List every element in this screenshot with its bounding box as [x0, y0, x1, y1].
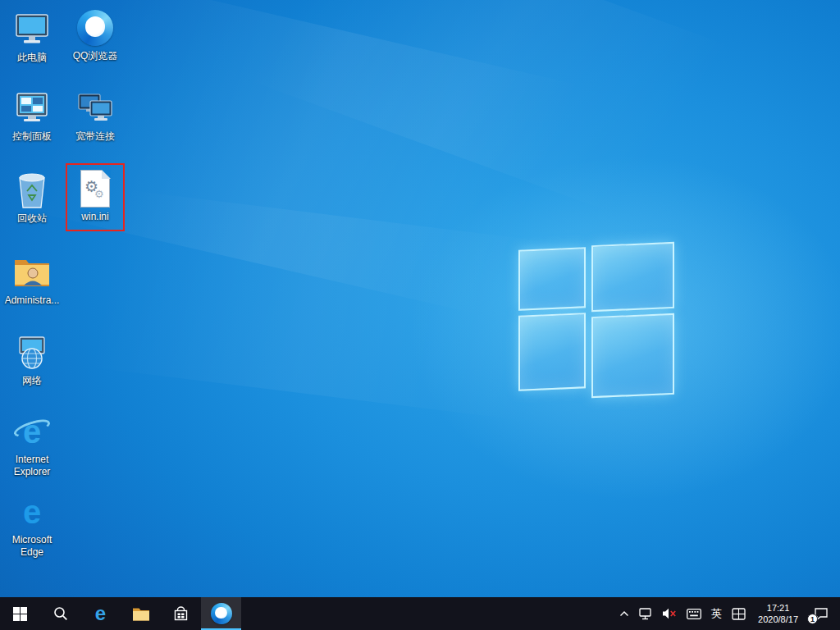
file-explorer-icon	[132, 606, 150, 621]
start-button[interactable]	[0, 597, 40, 630]
screen: { "desktop": { "icons": [ { "label": "此电…	[0, 0, 840, 630]
user-folder-icon	[11, 253, 52, 292]
tray-input-language[interactable]: 英	[706, 597, 727, 630]
tray-volume[interactable]	[657, 597, 682, 630]
desktop-icon-label: 网络	[22, 375, 42, 387]
desktop-icon-label: 此电脑	[17, 52, 47, 64]
desktop-icon-label: Internet Explorer	[1, 454, 63, 478]
windows-start-icon	[13, 607, 27, 621]
taskbar: e	[0, 597, 840, 630]
volume-muted-icon	[662, 608, 677, 619]
recycle-bin-icon	[11, 171, 52, 210]
network-icon	[11, 333, 52, 372]
taskbar-file-explorer-button[interactable]	[121, 597, 161, 630]
desktop-icon-this-pc[interactable]: 此电脑	[1, 10, 63, 64]
taskbar-edge-button[interactable]: e	[80, 597, 121, 630]
control-panel-icon	[11, 89, 52, 128]
edge-icon: e	[95, 604, 106, 623]
clock-date: 2020/8/17	[758, 614, 798, 625]
desktop-icon-label: 控制面板	[12, 130, 52, 143]
internet-explorer-icon: e	[11, 412, 52, 451]
taskbar-store-button[interactable]	[161, 597, 201, 630]
desktop-icon-broadband[interactable]: 宽带连接	[64, 89, 126, 143]
wallpaper-light-beam	[71, 0, 832, 268]
desktop-icon-administrator[interactable]: Administra...	[1, 253, 63, 307]
search-icon	[53, 606, 68, 621]
desktop-icon-label: Administra...	[5, 294, 60, 307]
this-pc-icon	[11, 10, 52, 49]
windows-logo-pane	[518, 247, 586, 311]
windows-logo-pane	[591, 242, 674, 312]
taskbar-qq-browser-button[interactable]	[201, 597, 241, 630]
desktop-icon-network[interactable]: 网络	[1, 333, 63, 387]
qq-browser-icon	[75, 8, 116, 48]
chevron-up-icon	[619, 610, 629, 617]
ime-grid-icon	[732, 608, 746, 620]
desktop-icon-qq-browser[interactable]: QQ浏览器	[64, 8, 126, 62]
desktop-icon-label: win.ini	[81, 211, 108, 223]
action-center-button[interactable]: 1	[806, 597, 837, 630]
microsoft-store-icon	[173, 606, 189, 622]
desktop-icon-recycle-bin[interactable]: 回收站	[1, 171, 63, 225]
desktop-icon-label: 宽带连接	[75, 130, 115, 143]
language-indicator: 英	[711, 606, 722, 621]
tray-show-hidden-icons[interactable]	[614, 597, 634, 630]
tray-touch-keyboard[interactable]	[682, 597, 706, 630]
tray-ime[interactable]	[727, 597, 751, 630]
desktop[interactable]: 此电脑 控制面板 回收站	[0, 0, 840, 597]
desktop-icon-label: 回收站	[17, 212, 47, 225]
tray-clock[interactable]: 17:21 2020/8/17	[751, 597, 806, 630]
broadband-connection-icon	[75, 89, 116, 128]
desktop-icon-label: Microsoft Edge	[1, 534, 63, 559]
desktop-icon-win-ini[interactable]: ⚙ ⚙ win.ini	[64, 169, 126, 223]
search-button[interactable]	[40, 597, 80, 630]
windows-logo-pane	[518, 313, 586, 391]
desktop-icon-control-panel[interactable]: 控制面板	[1, 89, 63, 143]
windows-logo-pane	[591, 313, 674, 398]
microsoft-edge-icon: e	[11, 492, 52, 532]
clock-time: 17:21	[767, 602, 790, 614]
desktop-icon-internet-explorer[interactable]: e Internet Explorer	[1, 412, 63, 478]
qq-browser-icon	[211, 603, 232, 624]
notification-count-badge: 1	[807, 614, 818, 624]
network-status-icon	[639, 608, 652, 620]
touch-keyboard-icon	[687, 609, 701, 619]
desktop-icon-microsoft-edge[interactable]: e Microsoft Edge	[1, 492, 63, 559]
win-ini-file-icon: ⚙ ⚙	[75, 169, 116, 208]
desktop-icon-label: QQ浏览器	[73, 50, 118, 62]
tray-network[interactable]	[634, 597, 657, 630]
system-tray: 英 17:21 2020/8/17 1	[614, 597, 840, 630]
